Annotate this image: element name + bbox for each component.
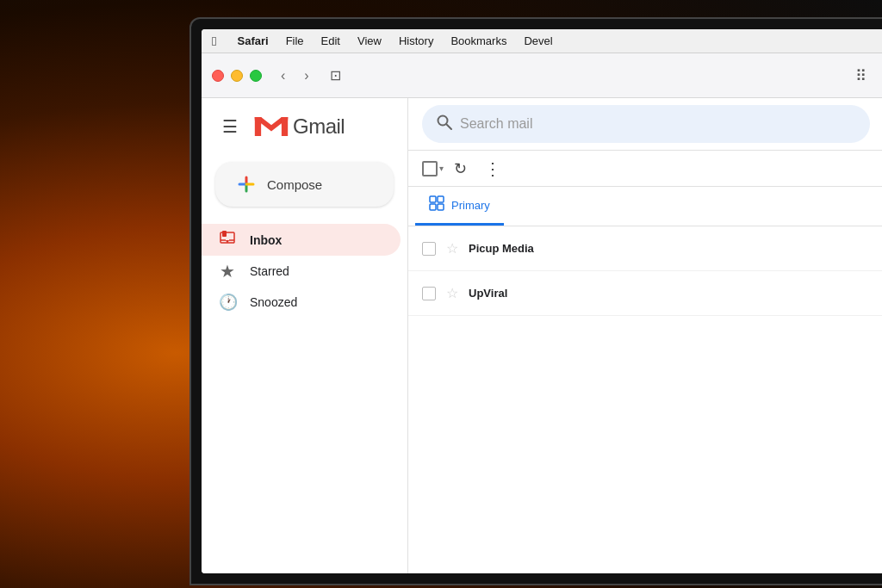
sidebar-toggle-button[interactable]: ⊡ xyxy=(323,64,348,87)
inbox-tabs: Primary xyxy=(408,187,882,226)
email-sender: Picup Media xyxy=(469,242,572,255)
svg-rect-6 xyxy=(222,231,227,237)
tab-primary[interactable]: Primary xyxy=(415,187,504,226)
snoozed-label: Snoozed xyxy=(250,295,297,309)
search-placeholder-text: Search mail xyxy=(460,116,532,132)
compose-label: Compose xyxy=(267,177,322,192)
compose-plus-icon xyxy=(236,174,257,195)
compose-button[interactable]: Compose xyxy=(215,162,394,207)
gmail-wordmark: Gmail xyxy=(293,115,345,139)
email-checkbox[interactable] xyxy=(422,242,436,256)
gmail-main: ☰ xyxy=(202,98,882,573)
forward-button[interactable]: › xyxy=(299,66,314,85)
select-checkbox-area[interactable]: ▾ xyxy=(422,161,444,176)
gmail-content: Search mail ▾ ↻ ⋮ xyxy=(408,98,882,573)
svg-rect-14 xyxy=(438,204,444,210)
menu-history[interactable]: History xyxy=(399,34,433,47)
search-bar[interactable]: Search mail xyxy=(422,105,870,143)
menu-bar:  Safari File Edit View History Bookmark… xyxy=(202,29,882,53)
refresh-button[interactable]: ↻ xyxy=(447,154,474,183)
laptop-frame:  Safari File Edit View History Bookmark… xyxy=(189,17,882,585)
sidebar-item-starred[interactable]: ★ Starred xyxy=(202,256,401,287)
email-checkbox[interactable] xyxy=(422,287,436,300)
gmail-m-icon xyxy=(253,113,289,140)
search-icon xyxy=(436,114,453,135)
search-bar-area: Search mail xyxy=(408,98,882,151)
select-dropdown-arrow[interactable]: ▾ xyxy=(439,164,444,173)
email-list: ☆ Picup Media ☆ UpViral xyxy=(408,226,882,573)
menu-view[interactable]: View xyxy=(357,34,382,47)
gmail-header: ☰ xyxy=(202,105,407,155)
snoozed-icon: 🕐 xyxy=(219,293,236,312)
menu-safari[interactable]: Safari xyxy=(237,34,268,47)
hamburger-icon: ☰ xyxy=(222,116,238,137)
apple-menu-icon[interactable]:  xyxy=(212,34,216,48)
gmail-sidebar: ☰ xyxy=(202,98,408,573)
menu-file[interactable]: File xyxy=(286,34,304,47)
more-icon: ⋮ xyxy=(484,158,501,179)
more-options-button[interactable]: ⋮ xyxy=(477,153,508,184)
email-row[interactable]: ☆ UpViral xyxy=(408,271,882,316)
maximize-window-button[interactable] xyxy=(250,70,262,82)
email-toolbar: ▾ ↻ ⋮ xyxy=(408,151,882,187)
email-sender: UpViral xyxy=(469,287,572,300)
sidebar-item-snoozed[interactable]: 🕐 Snoozed xyxy=(202,287,401,318)
svg-rect-12 xyxy=(438,196,444,202)
screen-bezel:  Safari File Edit View History Bookmark… xyxy=(191,19,882,584)
menu-devel[interactable]: Devel xyxy=(524,34,552,47)
svg-line-10 xyxy=(446,124,451,129)
menu-bookmarks[interactable]: Bookmarks xyxy=(450,34,506,47)
menu-edit[interactable]: Edit xyxy=(321,34,340,47)
sidebar-item-inbox[interactable]: Inbox xyxy=(202,224,401,256)
browser-toolbar: ‹ › ⊡ ⠿ xyxy=(202,53,882,98)
hamburger-menu-button[interactable]: ☰ xyxy=(215,112,245,141)
gmail-logo-area: Gmail xyxy=(253,113,345,140)
primary-tab-icon xyxy=(429,195,444,214)
email-star-icon[interactable]: ☆ xyxy=(446,240,458,257)
email-star-icon[interactable]: ☆ xyxy=(446,285,458,301)
inbox-label: Inbox xyxy=(250,233,282,247)
starred-label: Starred xyxy=(250,264,289,278)
back-button[interactable]: ‹ xyxy=(276,66,290,85)
screen-content:  Safari File Edit View History Bookmark… xyxy=(202,29,882,573)
refresh-icon: ↻ xyxy=(454,159,467,178)
minimize-window-button[interactable] xyxy=(231,70,243,82)
primary-tab-label: Primary xyxy=(451,199,490,212)
inbox-icon xyxy=(219,229,236,251)
email-row[interactable]: ☆ Picup Media xyxy=(408,226,882,271)
grid-menu-button[interactable]: ⠿ xyxy=(848,63,873,89)
starred-icon: ★ xyxy=(219,261,236,282)
close-window-button[interactable] xyxy=(212,70,224,82)
svg-rect-13 xyxy=(430,204,436,210)
select-all-checkbox[interactable] xyxy=(422,161,438,176)
svg-rect-11 xyxy=(430,196,436,202)
window-controls xyxy=(212,70,262,82)
